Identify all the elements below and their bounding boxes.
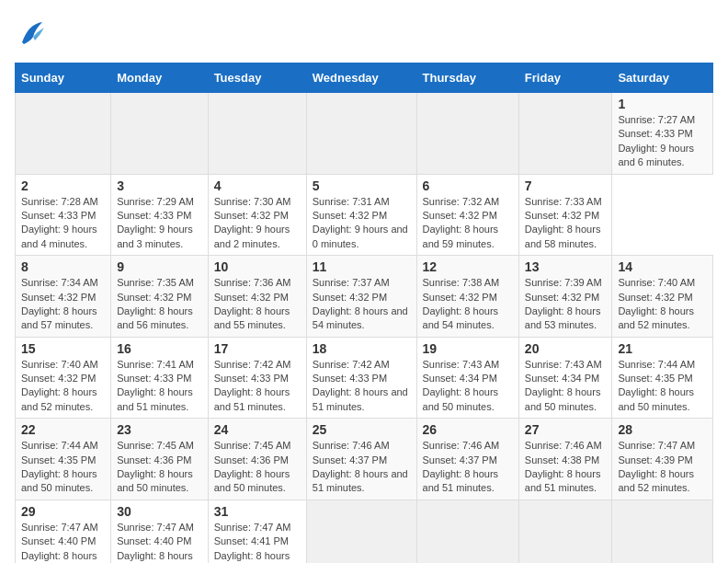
day-info: Sunrise: 7:46 AMSunset: 4:37 PMDaylight:… [423,440,500,493]
calendar-table: SundayMondayTuesdayWednesdayThursdayFrid… [15,63,713,563]
day-info: Sunrise: 7:45 AMSunset: 4:36 PMDaylight:… [214,440,291,493]
logo [15,15,53,55]
calendar-cell: 6Sunrise: 7:32 AMSunset: 4:32 PMDaylight… [416,174,518,256]
day-number: 2 [21,178,105,193]
calendar-cell [208,93,306,175]
day-number: 9 [117,259,201,274]
calendar-week-row: 1Sunrise: 7:27 AMSunset: 4:33 PMDaylight… [16,93,713,175]
calendar-cell: 28Sunrise: 7:47 AMSunset: 4:39 PMDayligh… [612,419,713,500]
calendar-cell: 27Sunrise: 7:46 AMSunset: 4:38 PMDayligh… [518,419,612,500]
day-info: Sunrise: 7:43 AMSunset: 4:34 PMDaylight:… [423,359,500,412]
calendar-cell: 17Sunrise: 7:42 AMSunset: 4:33 PMDayligh… [208,337,306,419]
day-info: Sunrise: 7:27 AMSunset: 4:33 PMDaylight:… [618,114,695,167]
day-info: Sunrise: 7:32 AMSunset: 4:32 PMDaylight:… [423,196,500,249]
day-info: Sunrise: 7:47 AMSunset: 4:39 PMDaylight:… [618,440,695,493]
calendar-cell: 22Sunrise: 7:44 AMSunset: 4:35 PMDayligh… [16,419,111,500]
calendar-cell: 31Sunrise: 7:47 AMSunset: 4:41 PMDayligh… [208,500,306,563]
calendar-cell: 25Sunrise: 7:46 AMSunset: 4:37 PMDayligh… [306,419,416,500]
calendar-cell [518,93,612,175]
day-info: Sunrise: 7:44 AMSunset: 4:35 PMDaylight:… [618,359,695,412]
calendar-cell: 30Sunrise: 7:47 AMSunset: 4:40 PMDayligh… [111,500,208,563]
day-number: 16 [117,341,201,356]
day-info: Sunrise: 7:46 AMSunset: 4:38 PMDaylight:… [525,440,602,493]
day-number: 25 [313,422,411,437]
calendar-week-row: 2Sunrise: 7:28 AMSunset: 4:33 PMDaylight… [16,174,713,256]
header-sunday: Sunday [16,63,111,93]
calendar-cell: 16Sunrise: 7:41 AMSunset: 4:33 PMDayligh… [111,337,208,419]
calendar-cell [16,93,111,175]
header-thursday: Thursday [416,63,518,93]
day-number: 3 [117,178,201,193]
calendar-cell: 23Sunrise: 7:45 AMSunset: 4:36 PMDayligh… [111,419,208,500]
day-info: Sunrise: 7:38 AMSunset: 4:32 PMDaylight:… [423,277,500,330]
day-number: 4 [214,178,301,193]
day-number: 29 [21,504,105,519]
day-info: Sunrise: 7:33 AMSunset: 4:32 PMDaylight:… [525,196,602,249]
day-info: Sunrise: 7:45 AMSunset: 4:36 PMDaylight:… [117,440,194,493]
day-number: 22 [21,422,105,437]
day-number: 31 [214,504,301,519]
calendar-cell: 12Sunrise: 7:38 AMSunset: 4:32 PMDayligh… [416,256,518,338]
day-number: 8 [21,259,105,274]
calendar-cell: 10Sunrise: 7:36 AMSunset: 4:32 PMDayligh… [208,256,306,338]
day-number: 21 [618,341,707,356]
day-number: 24 [214,422,301,437]
day-number: 14 [618,259,707,274]
calendar-week-row: 22Sunrise: 7:44 AMSunset: 4:35 PMDayligh… [16,419,713,500]
day-number: 12 [423,259,513,274]
calendar-cell [612,500,713,563]
calendar-cell: 14Sunrise: 7:40 AMSunset: 4:32 PMDayligh… [612,256,713,338]
day-number: 5 [313,178,411,193]
day-info: Sunrise: 7:28 AMSunset: 4:33 PMDaylight:… [21,196,98,249]
calendar-cell: 9Sunrise: 7:35 AMSunset: 4:32 PMDaylight… [111,256,208,338]
day-number: 11 [313,259,411,274]
day-number: 19 [423,341,513,356]
day-info: Sunrise: 7:40 AMSunset: 4:32 PMDaylight:… [21,359,98,412]
calendar-cell: 8Sunrise: 7:34 AMSunset: 4:32 PMDaylight… [16,256,111,338]
calendar-cell: 4Sunrise: 7:30 AMSunset: 4:32 PMDaylight… [208,174,306,256]
day-info: Sunrise: 7:30 AMSunset: 4:32 PMDaylight:… [214,196,291,249]
calendar-cell: 24Sunrise: 7:45 AMSunset: 4:36 PMDayligh… [208,419,306,500]
day-info: Sunrise: 7:42 AMSunset: 4:33 PMDaylight:… [313,359,408,412]
header-tuesday: Tuesday [208,63,306,93]
day-info: Sunrise: 7:42 AMSunset: 4:33 PMDaylight:… [214,359,291,412]
day-number: 30 [117,504,201,519]
calendar-cell [306,500,416,563]
calendar-cell: 13Sunrise: 7:39 AMSunset: 4:32 PMDayligh… [518,256,612,338]
calendar-week-row: 29Sunrise: 7:47 AMSunset: 4:40 PMDayligh… [16,500,713,563]
calendar-cell [416,93,518,175]
day-number: 15 [21,341,105,356]
calendar-cell: 20Sunrise: 7:43 AMSunset: 4:34 PMDayligh… [518,337,612,419]
logo-icon [15,15,50,55]
day-number: 1 [618,97,707,111]
header-wednesday: Wednesday [306,63,416,93]
calendar-cell: 26Sunrise: 7:46 AMSunset: 4:37 PMDayligh… [416,419,518,500]
day-info: Sunrise: 7:31 AMSunset: 4:32 PMDaylight:… [313,196,408,249]
day-number: 17 [214,341,301,356]
calendar-cell: 29Sunrise: 7:47 AMSunset: 4:40 PMDayligh… [16,500,111,563]
calendar-header-row: SundayMondayTuesdayWednesdayThursdayFrid… [16,63,713,93]
day-info: Sunrise: 7:39 AMSunset: 4:32 PMDaylight:… [525,277,602,330]
day-number: 26 [423,422,513,437]
calendar-week-row: 8Sunrise: 7:34 AMSunset: 4:32 PMDaylight… [16,256,713,338]
calendar-cell: 1Sunrise: 7:27 AMSunset: 4:33 PMDaylight… [612,93,713,175]
day-info: Sunrise: 7:35 AMSunset: 4:32 PMDaylight:… [117,277,194,330]
calendar-cell: 18Sunrise: 7:42 AMSunset: 4:33 PMDayligh… [306,337,416,419]
calendar-cell [306,93,416,175]
header-monday: Monday [111,63,208,93]
day-number: 27 [525,422,607,437]
calendar-cell: 7Sunrise: 7:33 AMSunset: 4:32 PMDaylight… [518,174,612,256]
calendar-week-row: 15Sunrise: 7:40 AMSunset: 4:32 PMDayligh… [16,337,713,419]
day-info: Sunrise: 7:47 AMSunset: 4:41 PMDaylight:… [214,522,291,563]
day-info: Sunrise: 7:41 AMSunset: 4:33 PMDaylight:… [117,359,194,412]
header-saturday: Saturday [612,63,713,93]
day-number: 13 [525,259,607,274]
calendar-cell: 11Sunrise: 7:37 AMSunset: 4:32 PMDayligh… [306,256,416,338]
day-info: Sunrise: 7:37 AMSunset: 4:32 PMDaylight:… [313,277,408,330]
calendar-cell: 21Sunrise: 7:44 AMSunset: 4:35 PMDayligh… [612,337,713,419]
day-number: 28 [618,422,707,437]
day-number: 10 [214,259,301,274]
header-friday: Friday [518,63,612,93]
day-info: Sunrise: 7:44 AMSunset: 4:35 PMDaylight:… [21,440,98,493]
day-info: Sunrise: 7:46 AMSunset: 4:37 PMDaylight:… [313,440,408,493]
